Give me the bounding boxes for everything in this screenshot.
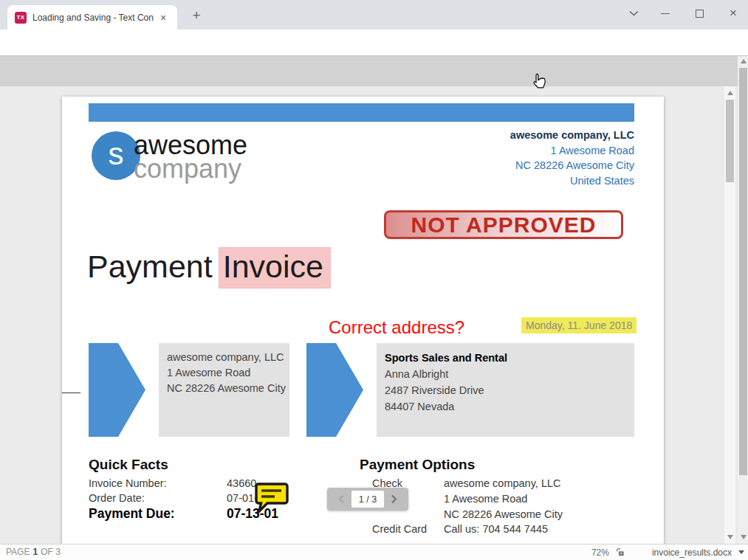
browser-scrollbar[interactable] (738, 56, 748, 544)
page-status-suffix: OF 3 (41, 545, 61, 560)
viewer-toolbar: 72% (0, 55, 748, 86)
tab-title: Loading and Saving - Text Contro (32, 13, 154, 23)
arrow-shape-from (89, 343, 145, 437)
status-right-group: 72% invoice_results.docx (591, 545, 744, 560)
to-line: 84407 Nevada (385, 398, 634, 415)
quick-facts-label: Invoice Number: (89, 477, 167, 489)
arrow-shape-to (306, 343, 363, 437)
payment-options-heading: Payment Options (360, 457, 475, 473)
sender-line: United States (510, 173, 634, 189)
sender-line: NC 28226 Awesome City (510, 158, 634, 173)
browser-window: TX Loading and Saving - Text Contro × + … (0, 0, 748, 560)
title-highlight-annotation[interactable]: Invoice (219, 247, 331, 288)
page-status: PAGE 1 OF 3 (6, 545, 61, 560)
sender-line: 1 Awesome Road (510, 143, 634, 159)
scroll-up-icon[interactable] (727, 91, 733, 95)
payment-address-line: awesome company, LLC (444, 477, 561, 489)
zoom-unlock-icon[interactable] (616, 547, 625, 557)
sender-name: awesome company, LLC (510, 128, 634, 143)
tab-close-icon[interactable]: × (157, 11, 170, 24)
scroll-down-icon[interactable] (727, 535, 733, 539)
from-line: 1 Awesome Road (167, 365, 289, 381)
address-bar: ← → demos.textcontrol.com/chapter/topic/… (0, 30, 748, 55)
logo-text-company: company (134, 153, 241, 184)
payment-address-line: 1 Awesome Road (444, 493, 527, 505)
scroll-down-icon[interactable] (741, 535, 747, 539)
payment-method: Credit Card (372, 523, 427, 535)
from-address-box: awesome company, LLC 1 Awesome Road NC 2… (159, 343, 289, 437)
page-navigator: 1 / 3 (327, 488, 408, 511)
browser-scrollbar-thumb[interactable] (739, 68, 747, 475)
viewer-scrollbar[interactable] (724, 86, 735, 544)
fold-mark (62, 393, 80, 393)
viewer-scrollbar-thumb[interactable] (726, 100, 734, 182)
to-line: 2487 Riverside Drive (385, 382, 634, 398)
from-line: NC 28226 Awesome City (167, 381, 289, 396)
sender-address-block: awesome company, LLC 1 Awesome Road NC 2… (510, 128, 634, 188)
to-line: Anna Albright (385, 366, 634, 382)
status-bar: PAGE 1 OF 3 72% invoice_results.docx (0, 544, 748, 560)
window-maximize-button[interactable] (690, 4, 709, 23)
mouse-cursor-hand (531, 72, 547, 91)
document-title: PaymentInvoice (87, 249, 331, 285)
tab-bar: TX Loading and Saving - Text Contro × + … (0, 0, 748, 30)
scroll-up-icon[interactable] (741, 59, 747, 63)
not-approved-stamp: NOT APPROVED (384, 210, 623, 239)
payment-address-line: Call us: 704 544 7445 (444, 523, 548, 535)
payment-address-line: NC 28226 Awesome City (444, 508, 563, 520)
document-page: s awesome company awesome company, LLC 1… (62, 97, 664, 544)
title-regular: Payment (87, 249, 213, 284)
new-tab-button[interactable]: + (188, 7, 205, 24)
date-highlight-annotation[interactable]: Monday, 11. June 2018 (521, 317, 637, 333)
prev-page-button[interactable] (338, 494, 345, 504)
annotation-question-text[interactable]: Correct address? (329, 317, 464, 338)
window-chevron-icon[interactable] (624, 4, 643, 23)
comment-annotation-icon[interactable] (253, 481, 289, 515)
window-close-button[interactable]: × (724, 4, 743, 23)
document-filename[interactable]: invoice_results.docx (652, 547, 732, 558)
textcontrol-favicon: TX (15, 12, 27, 24)
page-status-current: 1 (32, 545, 38, 560)
quick-facts-label: Order Date: (89, 492, 145, 504)
page-status-prefix: PAGE (6, 545, 30, 560)
document-viewer[interactable]: s awesome company awesome company, LLC 1… (0, 86, 748, 544)
to-address-box: Sports Sales and Rental Anna Albright 24… (377, 343, 634, 437)
quick-facts-label: Payment Due: (89, 506, 175, 522)
window-minimize-button[interactable] (656, 4, 675, 23)
from-line: awesome company, LLC (167, 350, 289, 365)
browser-tab[interactable]: TX Loading and Saving - Text Contro × (7, 5, 177, 30)
to-name: Sports Sales and Rental (385, 350, 634, 366)
status-zoom-value: 72% (591, 547, 609, 558)
document-header-bar (89, 103, 634, 122)
page-number-indicator[interactable]: 1 / 3 (351, 491, 384, 508)
quick-facts-heading: Quick Facts (89, 457, 168, 473)
next-page-button[interactable] (391, 494, 397, 504)
document-select-caret-icon[interactable] (738, 550, 744, 554)
